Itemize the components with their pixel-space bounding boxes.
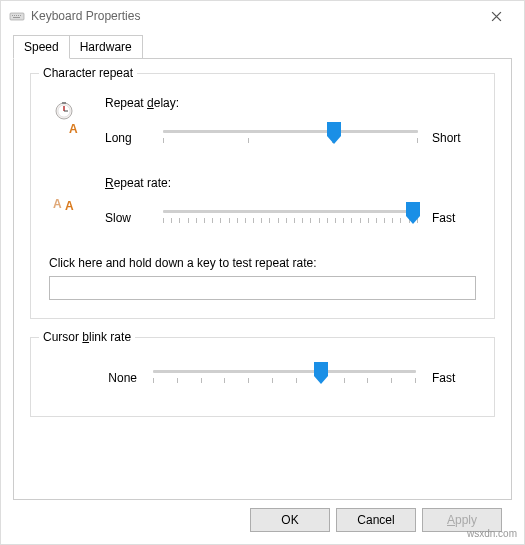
- ok-button[interactable]: OK: [250, 508, 330, 532]
- repeat-rate-icon: A A: [49, 176, 89, 216]
- cursor-blink-slider[interactable]: [153, 364, 416, 392]
- svg-rect-0: [10, 13, 24, 20]
- watermark: wsxdn.com: [467, 528, 517, 539]
- cursor-blink-title: Cursor blink rate: [39, 330, 135, 344]
- svg-text:A: A: [53, 197, 62, 211]
- cursor-fast-label: Fast: [432, 371, 476, 385]
- close-icon: [491, 11, 502, 22]
- svg-text:A: A: [69, 122, 78, 136]
- keyboard-app-icon: [9, 8, 25, 24]
- svg-rect-11: [62, 102, 66, 104]
- repeat-rate-slider[interactable]: [163, 204, 418, 232]
- character-repeat-group: Character repeat A: [30, 73, 495, 319]
- cancel-button[interactable]: Cancel: [336, 508, 416, 532]
- tab-panel-speed: Character repeat A: [13, 58, 512, 500]
- cursor-blink-group: Cursor blink rate None Fast: [30, 337, 495, 417]
- tab-hardware[interactable]: Hardware: [69, 35, 143, 59]
- cursor-blink-row: None Fast: [49, 360, 476, 398]
- test-input[interactable]: [49, 276, 476, 300]
- cursor-none-label: None: [93, 371, 137, 385]
- repeat-delay-thumb[interactable]: [327, 122, 341, 144]
- svg-rect-1: [12, 15, 13, 16]
- tab-speed[interactable]: Speed: [13, 35, 70, 59]
- repeat-rate-min-label: Slow: [105, 211, 149, 225]
- repeat-delay-row: A Repeat delay: Long: [49, 96, 476, 152]
- repeat-delay-icon: A: [49, 96, 89, 136]
- character-repeat-title: Character repeat: [39, 66, 137, 80]
- button-row: OK Cancel Apply: [13, 500, 512, 536]
- client-area: Speed Hardware Character repeat: [1, 31, 524, 544]
- repeat-delay-min-label: Long: [105, 131, 149, 145]
- titlebar: Keyboard Properties: [1, 1, 524, 31]
- tab-strip: Speed Hardware: [13, 35, 512, 58]
- repeat-rate-thumb[interactable]: [406, 202, 420, 224]
- repeat-delay-slider[interactable]: [163, 124, 418, 152]
- keyboard-properties-window: Keyboard Properties Speed Hardware Chara…: [0, 0, 525, 545]
- svg-rect-3: [16, 15, 17, 16]
- test-area: Click here and hold down a key to test r…: [49, 256, 476, 300]
- repeat-delay-max-label: Short: [432, 131, 476, 145]
- svg-rect-4: [18, 15, 19, 16]
- svg-rect-6: [13, 17, 20, 18]
- repeat-rate-label: Repeat rate:: [105, 176, 476, 190]
- window-title: Keyboard Properties: [31, 9, 476, 23]
- repeat-rate-row: A A Repeat rate: Slow: [49, 176, 476, 232]
- svg-rect-5: [20, 15, 21, 16]
- test-label: Click here and hold down a key to test r…: [49, 256, 476, 270]
- close-button[interactable]: [476, 2, 516, 30]
- repeat-rate-max-label: Fast: [432, 211, 476, 225]
- svg-rect-2: [14, 15, 15, 16]
- svg-text:A: A: [65, 199, 74, 213]
- repeat-delay-label: Repeat delay:: [105, 96, 476, 110]
- cursor-blink-thumb[interactable]: [314, 362, 328, 384]
